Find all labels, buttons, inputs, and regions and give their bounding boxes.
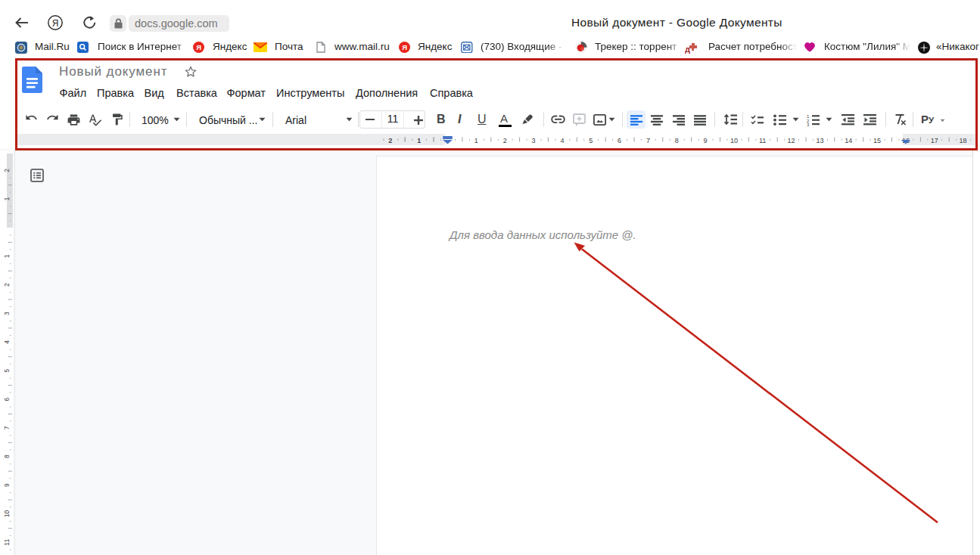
svg-text:2: 2	[3, 283, 11, 287]
svg-text:1: 1	[3, 197, 11, 201]
svg-text:д: д	[685, 45, 690, 54]
svg-text:9: 9	[3, 483, 11, 487]
svg-text:5: 5	[3, 369, 11, 373]
svg-text:3: 3	[3, 312, 11, 315]
svg-text:10: 10	[3, 510, 11, 517]
svg-text:1: 1	[3, 254, 11, 258]
svg-text:Я: Я	[402, 43, 407, 51]
svg-text:8: 8	[3, 454, 11, 458]
svg-text:2: 2	[3, 169, 11, 172]
svg-text:4: 4	[3, 340, 11, 344]
svg-text:6: 6	[3, 397, 11, 401]
svg-text:11: 11	[3, 539, 11, 546]
svg-text:Я: Я	[196, 43, 201, 51]
svg-text:Я: Я	[52, 18, 59, 29]
svg-text:7: 7	[3, 426, 11, 429]
